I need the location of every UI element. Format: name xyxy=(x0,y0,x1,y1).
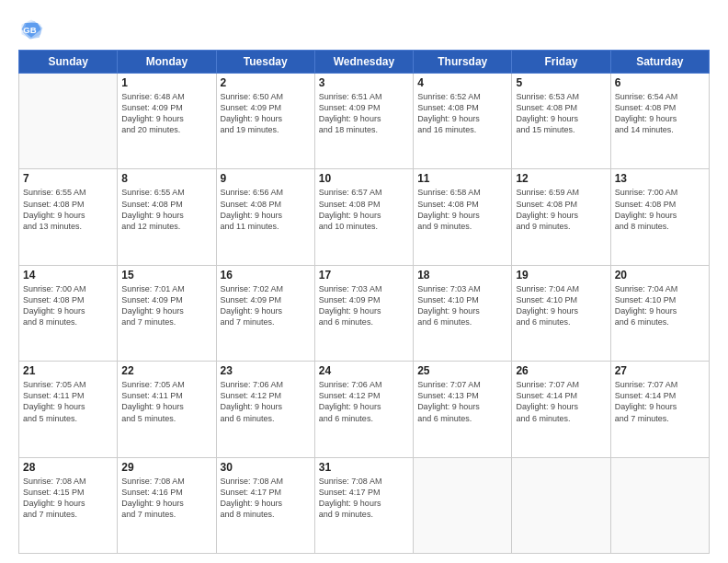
day-number: 20 xyxy=(615,269,705,282)
day-info: Sunrise: 7:08 AM Sunset: 4:16 PM Dayligh… xyxy=(121,476,211,521)
day-number: 27 xyxy=(615,364,705,377)
day-number: 12 xyxy=(516,172,606,185)
day-info: Sunrise: 6:48 AM Sunset: 4:09 PM Dayligh… xyxy=(121,91,211,136)
day-number: 21 xyxy=(23,364,113,377)
day-info: Sunrise: 6:55 AM Sunset: 4:08 PM Dayligh… xyxy=(23,187,113,232)
calendar-cell: 11Sunrise: 6:58 AM Sunset: 4:08 PM Dayli… xyxy=(414,169,512,265)
calendar-week-5: 28Sunrise: 7:08 AM Sunset: 4:15 PM Dayli… xyxy=(19,457,710,553)
day-info: Sunrise: 7:05 AM Sunset: 4:11 PM Dayligh… xyxy=(121,379,211,424)
day-info: Sunrise: 6:54 AM Sunset: 4:08 PM Dayligh… xyxy=(615,91,705,136)
day-number: 14 xyxy=(23,269,113,282)
header: GB xyxy=(18,17,710,42)
day-number: 30 xyxy=(221,461,311,474)
day-info: Sunrise: 6:56 AM Sunset: 4:08 PM Dayligh… xyxy=(221,187,311,232)
calendar-cell: 16Sunrise: 7:02 AM Sunset: 4:09 PM Dayli… xyxy=(216,265,314,361)
day-info: Sunrise: 7:00 AM Sunset: 4:08 PM Dayligh… xyxy=(23,283,113,328)
calendar-cell: 30Sunrise: 7:08 AM Sunset: 4:17 PM Dayli… xyxy=(216,457,314,553)
calendar-cell: 8Sunrise: 6:55 AM Sunset: 4:08 PM Daylig… xyxy=(118,169,216,265)
day-info: Sunrise: 7:01 AM Sunset: 4:09 PM Dayligh… xyxy=(121,283,211,328)
calendar-cell xyxy=(19,74,118,169)
day-info: Sunrise: 6:58 AM Sunset: 4:08 PM Dayligh… xyxy=(417,187,507,232)
day-number: 15 xyxy=(121,269,211,282)
day-info: Sunrise: 7:02 AM Sunset: 4:09 PM Dayligh… xyxy=(221,283,311,328)
day-number: 9 xyxy=(221,172,311,185)
calendar-cell: 27Sunrise: 7:07 AM Sunset: 4:14 PM Dayli… xyxy=(610,362,709,457)
weekday-header-saturday: Saturday xyxy=(610,51,709,74)
day-info: Sunrise: 7:04 AM Sunset: 4:10 PM Dayligh… xyxy=(516,283,606,328)
calendar-cell: 21Sunrise: 7:05 AM Sunset: 4:11 PM Dayli… xyxy=(19,362,118,457)
day-number: 29 xyxy=(121,461,211,474)
day-info: Sunrise: 6:55 AM Sunset: 4:08 PM Dayligh… xyxy=(121,187,211,232)
day-number: 4 xyxy=(417,76,507,89)
logo-icon: GB xyxy=(18,17,44,42)
weekday-header-wednesday: Wednesday xyxy=(314,51,413,74)
day-number: 28 xyxy=(23,461,113,474)
day-number: 8 xyxy=(121,172,211,185)
day-info: Sunrise: 7:07 AM Sunset: 4:14 PM Dayligh… xyxy=(516,379,606,424)
weekday-header-monday: Monday xyxy=(118,51,216,74)
day-number: 2 xyxy=(221,76,311,89)
day-info: Sunrise: 7:04 AM Sunset: 4:10 PM Dayligh… xyxy=(615,283,705,328)
calendar-week-2: 7Sunrise: 6:55 AM Sunset: 4:08 PM Daylig… xyxy=(19,169,710,265)
logo: GB xyxy=(18,17,48,42)
calendar-cell: 28Sunrise: 7:08 AM Sunset: 4:15 PM Dayli… xyxy=(19,457,118,553)
calendar-cell xyxy=(414,457,512,553)
day-number: 13 xyxy=(615,172,705,185)
calendar-cell: 23Sunrise: 7:06 AM Sunset: 4:12 PM Dayli… xyxy=(216,362,314,457)
day-number: 10 xyxy=(319,172,409,185)
calendar-week-4: 21Sunrise: 7:05 AM Sunset: 4:11 PM Dayli… xyxy=(19,362,710,457)
day-info: Sunrise: 7:03 AM Sunset: 4:10 PM Dayligh… xyxy=(417,283,507,328)
calendar-cell: 12Sunrise: 6:59 AM Sunset: 4:08 PM Dayli… xyxy=(512,169,610,265)
day-info: Sunrise: 7:07 AM Sunset: 4:13 PM Dayligh… xyxy=(417,379,507,424)
calendar-cell: 4Sunrise: 6:52 AM Sunset: 4:08 PM Daylig… xyxy=(414,74,512,169)
calendar-cell xyxy=(512,457,610,553)
calendar-cell xyxy=(610,457,709,553)
calendar-table: SundayMondayTuesdayWednesdayThursdayFrid… xyxy=(18,50,710,554)
calendar-cell: 22Sunrise: 7:05 AM Sunset: 4:11 PM Dayli… xyxy=(118,362,216,457)
weekday-header-row: SundayMondayTuesdayWednesdayThursdayFrid… xyxy=(19,51,710,74)
weekday-header-friday: Friday xyxy=(512,51,610,74)
day-number: 31 xyxy=(319,461,409,474)
calendar-cell: 5Sunrise: 6:53 AM Sunset: 4:08 PM Daylig… xyxy=(512,74,610,169)
calendar-cell: 25Sunrise: 7:07 AM Sunset: 4:13 PM Dayli… xyxy=(414,362,512,457)
calendar-cell: 17Sunrise: 7:03 AM Sunset: 4:09 PM Dayli… xyxy=(314,265,413,361)
calendar-cell: 31Sunrise: 7:08 AM Sunset: 4:17 PM Dayli… xyxy=(314,457,413,553)
day-number: 6 xyxy=(615,76,705,89)
calendar-cell: 3Sunrise: 6:51 AM Sunset: 4:09 PM Daylig… xyxy=(314,74,413,169)
calendar-cell: 7Sunrise: 6:55 AM Sunset: 4:08 PM Daylig… xyxy=(19,169,118,265)
weekday-header-tuesday: Tuesday xyxy=(216,51,314,74)
weekday-header-thursday: Thursday xyxy=(414,51,512,74)
calendar-cell: 1Sunrise: 6:48 AM Sunset: 4:09 PM Daylig… xyxy=(118,74,216,169)
calendar-cell: 9Sunrise: 6:56 AM Sunset: 4:08 PM Daylig… xyxy=(216,169,314,265)
day-info: Sunrise: 6:51 AM Sunset: 4:09 PM Dayligh… xyxy=(319,91,409,136)
calendar-cell: 19Sunrise: 7:04 AM Sunset: 4:10 PM Dayli… xyxy=(512,265,610,361)
day-info: Sunrise: 6:57 AM Sunset: 4:08 PM Dayligh… xyxy=(319,187,409,232)
weekday-header-sunday: Sunday xyxy=(19,51,118,74)
calendar-week-3: 14Sunrise: 7:00 AM Sunset: 4:08 PM Dayli… xyxy=(19,265,710,361)
day-info: Sunrise: 7:03 AM Sunset: 4:09 PM Dayligh… xyxy=(319,283,409,328)
day-number: 3 xyxy=(319,76,409,89)
day-number: 18 xyxy=(417,269,507,282)
day-info: Sunrise: 6:59 AM Sunset: 4:08 PM Dayligh… xyxy=(516,187,606,232)
day-info: Sunrise: 6:52 AM Sunset: 4:08 PM Dayligh… xyxy=(417,91,507,136)
calendar-week-1: 1Sunrise: 6:48 AM Sunset: 4:09 PM Daylig… xyxy=(19,74,710,169)
day-number: 26 xyxy=(516,364,606,377)
calendar-cell: 20Sunrise: 7:04 AM Sunset: 4:10 PM Dayli… xyxy=(610,265,709,361)
calendar-cell: 26Sunrise: 7:07 AM Sunset: 4:14 PM Dayli… xyxy=(512,362,610,457)
calendar-cell: 6Sunrise: 6:54 AM Sunset: 4:08 PM Daylig… xyxy=(610,74,709,169)
day-number: 23 xyxy=(221,364,311,377)
day-number: 5 xyxy=(516,76,606,89)
day-number: 11 xyxy=(417,172,507,185)
page: GB SundayMondayTuesdayWednesdayThursdayF… xyxy=(0,0,728,563)
day-number: 1 xyxy=(121,76,211,89)
day-info: Sunrise: 7:08 AM Sunset: 4:17 PM Dayligh… xyxy=(221,476,311,521)
day-info: Sunrise: 7:08 AM Sunset: 4:15 PM Dayligh… xyxy=(23,476,113,521)
calendar-cell: 10Sunrise: 6:57 AM Sunset: 4:08 PM Dayli… xyxy=(314,169,413,265)
day-info: Sunrise: 7:00 AM Sunset: 4:08 PM Dayligh… xyxy=(615,187,705,232)
calendar-cell: 29Sunrise: 7:08 AM Sunset: 4:16 PM Dayli… xyxy=(118,457,216,553)
calendar-cell: 24Sunrise: 7:06 AM Sunset: 4:12 PM Dayli… xyxy=(314,362,413,457)
calendar-cell: 14Sunrise: 7:00 AM Sunset: 4:08 PM Dayli… xyxy=(19,265,118,361)
day-info: Sunrise: 6:53 AM Sunset: 4:08 PM Dayligh… xyxy=(516,91,606,136)
day-number: 17 xyxy=(319,269,409,282)
calendar-cell: 13Sunrise: 7:00 AM Sunset: 4:08 PM Dayli… xyxy=(610,169,709,265)
